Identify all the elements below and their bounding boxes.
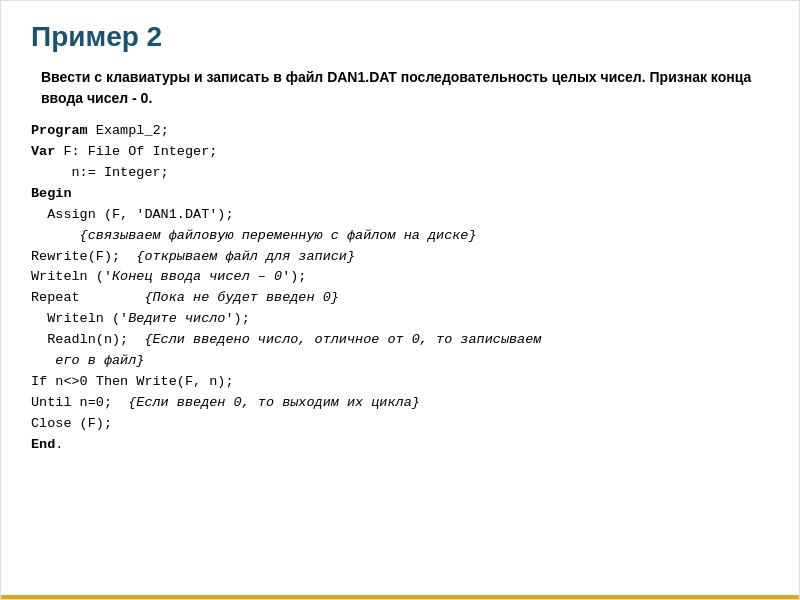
bottom-accent-line <box>1 595 799 599</box>
keyword-var: Var <box>31 144 55 159</box>
comment-1: {связываем файловую переменную с файлом … <box>80 228 477 243</box>
comment-2: {открываем файл для записи} <box>136 249 355 264</box>
code-line-13: If n<>0 Then Write(F, n); <box>31 372 769 393</box>
code-line-15: Close (F); <box>31 414 769 435</box>
code-line-16: End. <box>31 435 769 456</box>
code-line-3: n:= Integer; <box>31 163 769 184</box>
code-line-14: Until n=0; {Если введен 0, то выходим их… <box>31 393 769 414</box>
description-text: Ввести с клавиатуры и записать в файл DA… <box>41 67 769 109</box>
code-line-10: Writeln ('Ведите число'); <box>31 309 769 330</box>
code-line-7: Rewrite(F); {открываем файл для записи} <box>31 247 769 268</box>
text-konec: Конец ввода чисел – 0 <box>112 269 282 284</box>
comment-3: {Пока не будет введен 0} <box>144 290 338 305</box>
page: Пример 2 Ввести с клавиатуры и записать … <box>0 0 800 600</box>
keyword-program: Program <box>31 123 88 138</box>
code-line-5: Assign (F, 'DAN1.DAT'); <box>31 205 769 226</box>
code-line-12: его в файл} <box>31 351 769 372</box>
code-line-4: Begin <box>31 184 769 205</box>
comment-4b: его в файл} <box>47 353 144 368</box>
code-line-1: Program Exampl_2; <box>31 121 769 142</box>
text-vedite: Ведите число <box>128 311 225 326</box>
code-block: Program Exampl_2; Var F: File Of Integer… <box>31 121 769 456</box>
code-line-9: Repeat {Пока не будет введен 0} <box>31 288 769 309</box>
comment-5: {Если введен 0, то выходим их цикла} <box>128 395 420 410</box>
code-line-6: {связываем файловую переменную с файлом … <box>31 226 769 247</box>
keyword-end: End <box>31 437 55 452</box>
code-line-2: Var F: File Of Integer; <box>31 142 769 163</box>
comment-4: {Если введено число, отличное от 0, то з… <box>144 332 541 347</box>
code-line-8: Writeln ('Конец ввода чисел – 0'); <box>31 267 769 288</box>
code-line-11: Readln(n); {Если введено число, отличное… <box>31 330 769 351</box>
page-title: Пример 2 <box>31 21 769 53</box>
keyword-begin: Begin <box>31 186 72 201</box>
